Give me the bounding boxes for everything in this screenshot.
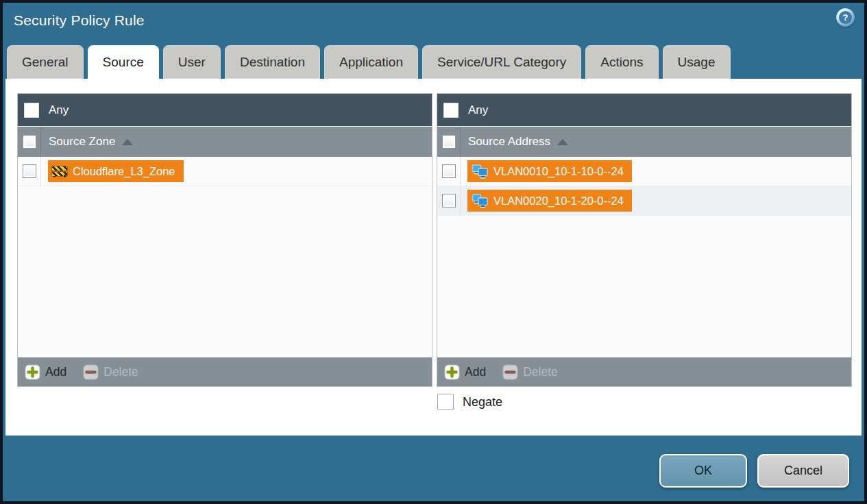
plus-icon: [25, 364, 40, 380]
table-row[interactable]: VLAN0010_10-1-10-0--24: [437, 157, 851, 186]
source-zone-footer: Add Delete: [18, 357, 432, 386]
sort-ascending-icon: [122, 139, 133, 145]
add-button[interactable]: Add: [444, 364, 486, 380]
add-button-label: Add: [45, 365, 66, 379]
row-checkbox[interactable]: [23, 164, 36, 178]
negate-label: Negate: [463, 395, 502, 410]
row-checkbox[interactable]: [442, 194, 456, 207]
delete-button[interactable]: Delete: [502, 364, 558, 380]
source-zone-column-header[interactable]: Source Zone: [18, 126, 432, 157]
tab-service-url-category[interactable]: Service/URL Category: [422, 45, 581, 79]
address-entry[interactable]: VLAN0020_10-1-20-0--24: [467, 190, 632, 212]
source-address-select-all-checkbox[interactable]: [442, 135, 456, 149]
tab-source[interactable]: Source: [88, 45, 159, 79]
source-zone-any-header: Any: [18, 94, 432, 126]
add-button-label: Add: [465, 365, 486, 379]
address-icon: [471, 194, 489, 208]
address-icon: [471, 164, 489, 179]
zone-icon: [51, 165, 68, 177]
source-address-footer: Add Delete: [437, 357, 851, 386]
source-address-panel: Any Source Address: [437, 93, 852, 387]
zone-entry-label: Cloudflare_L3_Zone: [73, 165, 175, 178]
source-zone-any-checkbox[interactable]: [24, 103, 39, 118]
source-address-column-label: Source Address: [468, 135, 550, 149]
source-zone-any-label: Any: [49, 103, 69, 117]
sort-ascending-icon: [557, 139, 568, 145]
source-zone-panel: Any Source Zone Cloudflare_L3_Zone: [17, 93, 432, 387]
source-zone-list: Cloudflare_L3_Zone: [18, 157, 432, 357]
table-row[interactable]: Cloudflare_L3_Zone: [18, 157, 432, 186]
dialog-titlebar: Security Policy Rule ?: [3, 3, 864, 42]
source-zone-select-all-checkbox[interactable]: [23, 135, 36, 149]
dialog-title: Security Policy Rule: [14, 12, 145, 29]
source-zone-column-label: Source Zone: [49, 135, 115, 149]
address-entry-label: VLAN0020_10-1-20-0--24: [493, 194, 624, 207]
source-tab-content: Any Source Zone Cloudflare_L3_Zone: [5, 79, 862, 436]
delete-button-label: Delete: [103, 365, 138, 379]
cancel-button[interactable]: Cancel: [757, 454, 849, 488]
plus-icon: [444, 364, 460, 380]
source-address-list: VLAN0010_10-1-10-0--24: [437, 157, 851, 357]
source-address-any-label: Any: [468, 103, 488, 117]
zone-entry[interactable]: Cloudflare_L3_Zone: [48, 160, 184, 182]
table-row[interactable]: VLAN0020_10-1-20-0--24: [437, 186, 851, 216]
source-address-column-header[interactable]: Source Address: [437, 126, 851, 157]
minus-icon: [502, 364, 518, 380]
tab-actions[interactable]: Actions: [585, 45, 658, 79]
negate-row: Negate: [437, 394, 502, 410]
negate-checkbox[interactable]: [437, 394, 454, 410]
address-entry-label: VLAN0010_10-1-10-0--24: [493, 165, 624, 178]
delete-button[interactable]: Delete: [83, 364, 138, 380]
address-entry[interactable]: VLAN0010_10-1-10-0--24: [467, 160, 632, 182]
add-button[interactable]: Add: [25, 364, 66, 380]
security-policy-rule-dialog: Security Policy Rule ? General Source Us…: [0, 0, 867, 504]
tab-bar: General Source User Destination Applicat…: [7, 45, 731, 79]
tab-application[interactable]: Application: [324, 45, 418, 79]
ok-button[interactable]: OK: [659, 454, 747, 488]
minus-icon: [83, 364, 99, 380]
tab-user[interactable]: User: [163, 45, 221, 79]
help-icon[interactable]: ?: [836, 8, 855, 27]
row-checkbox[interactable]: [442, 164, 456, 178]
tab-usage[interactable]: Usage: [663, 45, 731, 79]
delete-button-label: Delete: [523, 365, 558, 379]
source-address-any-checkbox[interactable]: [443, 103, 459, 118]
tab-general[interactable]: General: [7, 45, 84, 79]
source-address-any-header: Any: [437, 94, 851, 126]
tab-destination[interactable]: Destination: [225, 45, 320, 79]
